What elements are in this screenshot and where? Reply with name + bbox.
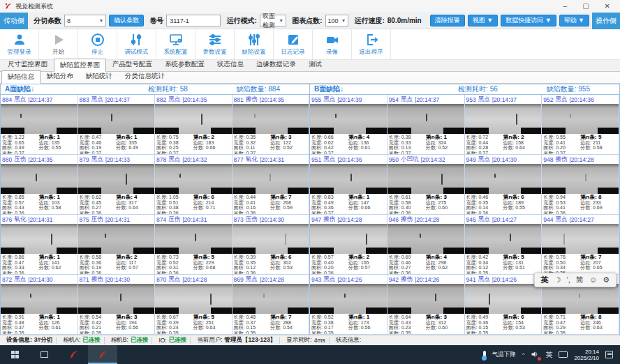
defect-tile[interactable]: 880 压伤 |20:14:35 长度: 0.85 宽度: 0.57 面积: 0… — [1, 155, 78, 215]
defect-image[interactable] — [388, 164, 464, 194]
ime-simplified-icon[interactable]: 简 — [576, 273, 584, 287]
defect-tile[interactable]: 946 擦伤 |20:14:28 长度: 0.69 宽度: 0.46 面积: 0… — [388, 215, 465, 275]
defect-image[interactable] — [232, 284, 309, 314]
defect-tile[interactable]: 871 擦伤 |20:14:30 长度: 0.54 宽度: 0.42 面积: 0… — [78, 275, 156, 335]
defect-tile[interactable]: 870 黑点 |20:14:28 长度: 0.67 宽度: 0.39 面积: 0… — [155, 275, 232, 335]
defect-image[interactable] — [542, 224, 619, 254]
defect-image[interactable] — [1, 104, 78, 134]
monitor-button[interactable]: 系统配置 — [156, 29, 195, 59]
tray-expand-icon[interactable]: ^ — [522, 351, 525, 358]
defect-tile[interactable]: 875 压伤 |20:14:31 长度: 0.58 宽度: 0.36 面积: 0… — [78, 215, 156, 275]
view-menu-button[interactable]: 视图 ▼ — [468, 15, 498, 26]
start-button[interactable] — [0, 345, 29, 364]
ime-emoji-icon[interactable]: ☺ — [589, 273, 597, 287]
defect-image[interactable] — [78, 104, 155, 134]
defect-tile[interactable]: 877 氧化 |20:14:31 长度: 0.44 宽度: 0.41 面积: 0… — [232, 155, 310, 215]
defect-image[interactable] — [542, 284, 619, 314]
defect-tile[interactable]: 884 黑点 |20:14:37 长度: 1.23 宽度: 0.65 面积: 0… — [1, 95, 78, 155]
close-icon[interactable]: ✕ — [605, 0, 610, 13]
quick-access-menu-button[interactable]: 数据快捷访问 ▼ — [501, 15, 556, 26]
defect-tile[interactable]: 945 黑点 |20:14:27 长度: 0.42 宽度: 0.34 面积: 0… — [465, 215, 542, 275]
defect-image[interactable] — [78, 164, 155, 194]
camera-button[interactable]: 录像 — [313, 29, 352, 59]
defect-image[interactable] — [1, 224, 78, 254]
sub-tab-3[interactable]: 分类信息统计 — [119, 70, 171, 83]
defect-tile[interactable]: 873 压伤 |20:14:30 长度: 0.39 宽度: 0.35 面积: 0… — [232, 215, 310, 275]
log-button[interactable]: 日志记录 — [274, 29, 313, 59]
defect-image[interactable] — [1, 284, 78, 314]
defect-image[interactable] — [155, 224, 232, 254]
touch-keyboard-icon[interactable] — [559, 351, 568, 358]
help-menu-button[interactable]: 帮助 ▼ — [559, 15, 589, 26]
defect-image[interactable] — [542, 104, 619, 134]
ime-lang-toggle[interactable]: 英 — [541, 273, 549, 287]
defect-image[interactable] — [1, 164, 78, 194]
drive-side-button[interactable]: 传动侧 — [0, 13, 28, 29]
operation-side-button[interactable]: 操作侧 — [592, 13, 620, 29]
defect-image[interactable] — [155, 164, 232, 194]
defect-tile[interactable]: 952 黑点 |20:14:36 长度: 0.55 宽度: 0.41 面积: 0… — [542, 95, 619, 155]
confirm-count-button[interactable]: 确认条数 — [109, 15, 144, 26]
defect-tile[interactable]: 881 擦伤 |20:14:35 长度: 0.35 宽度: 0.32 面积: 0… — [232, 95, 310, 155]
defect-tile[interactable]: 882 黑点 |20:14:35 长度: 0.75 宽度: 0.38 面积: 0… — [155, 95, 232, 155]
defect-image[interactable] — [465, 284, 542, 314]
ime-symbol-icon[interactable]: ’, — [566, 273, 570, 287]
main-tab-6[interactable]: 测试 — [302, 58, 328, 71]
defect-image[interactable] — [155, 104, 232, 134]
action-center-icon[interactable] — [605, 351, 613, 358]
defect-image[interactable] — [310, 284, 387, 314]
defect-image[interactable] — [310, 224, 387, 254]
ime-moon-icon[interactable]: ☽ — [554, 273, 561, 287]
defect-tile[interactable]: 944 黑点 |20:14:27 长度: 0.78 宽度: 0.50 面积: 0… — [542, 215, 619, 275]
main-tab-5[interactable]: 边缘数据记录 — [250, 58, 302, 71]
defect-image[interactable] — [232, 104, 309, 134]
defect-image[interactable] — [465, 224, 542, 254]
defect-tile[interactable]: 942 擦伤 |20:14:26 长度: 0.64 宽度: 0.43 面积: 0… — [388, 275, 465, 335]
weather-thermometer-icon[interactable] — [483, 351, 486, 359]
defect-image[interactable] — [78, 224, 155, 254]
sub-tab-0[interactable]: 缺陷信息 — [1, 70, 40, 84]
defect-tile[interactable]: 955 黑点 |20:14:39 长度: 0.66 宽度: 0.62 面积: 0… — [310, 95, 388, 155]
run-mode-select[interactable]: 双面检测▼ — [260, 15, 286, 26]
play-button[interactable]: 开始 — [39, 29, 78, 59]
defect-image[interactable] — [78, 284, 155, 314]
defect-tile[interactable]: 874 压伤 |20:14:31 长度: 0.73 宽度: 0.52 面积: 0… — [155, 215, 232, 275]
defect-image[interactable] — [465, 164, 542, 194]
pinned-app-button[interactable] — [59, 345, 88, 364]
defect-tile[interactable]: 878 黑点 |20:14:32 长度: 1.05 宽度: 0.51 面积: 0… — [155, 155, 232, 215]
defect-image[interactable] — [310, 164, 387, 194]
defect-tile[interactable]: 947 擦伤 |20:14:28 长度: 0.57 宽度: 0.40 面积: 0… — [310, 215, 388, 275]
clock[interactable]: 20:142025/2/10 — [574, 349, 599, 361]
defect-tile[interactable]: 941 黑点 |20:14:26 长度: 0.49 宽度: 0.36 面积: 0… — [465, 275, 542, 335]
defect-image[interactable] — [388, 104, 464, 134]
defect-tile[interactable]: 876 氧化 |20:14:31 长度: 0.86 宽度: 0.47 面积: 0… — [1, 215, 78, 275]
defect-tile[interactable]: 950 小凹坑 |20:14:32 长度: 0.61 宽度: 0.58 面积: … — [388, 155, 465, 215]
defect-image[interactable] — [465, 104, 542, 134]
defect-image[interactable] — [232, 224, 309, 254]
running-app-button[interactable] — [88, 345, 117, 364]
defect-image[interactable] — [388, 224, 464, 254]
defect-image[interactable] — [542, 164, 619, 194]
defect-tile[interactable]: 943 黑点 |20:14:26 长度: 0.52 宽度: 0.38 面积: 0… — [310, 275, 388, 335]
task-view-button[interactable] — [29, 345, 59, 364]
chart-points-select[interactable]: 100▼ — [325, 15, 349, 26]
tune-button[interactable]: 调试模式 — [117, 29, 156, 59]
volume-icon[interactable] — [531, 350, 539, 360]
defect-image[interactable] — [310, 104, 387, 134]
defect-image[interactable] — [155, 284, 232, 314]
defect-tile[interactable]: 872 黑点 |20:14:30 长度: 0.91 宽度: 0.48 面积: 0… — [1, 275, 78, 335]
defect-tile[interactable]: 954 黑点 |20:14:37 长度: 0.38 宽度: 0.33 面积: 0… — [388, 95, 465, 155]
minimize-icon[interactable]: – — [563, 0, 568, 13]
sliders-h-button[interactable]: 参数设置 — [195, 29, 235, 59]
defect-image[interactable] — [388, 284, 464, 314]
maximize-icon[interactable]: ▢ — [582, 0, 589, 13]
defect-tile[interactable]: 883 黑点 |20:14:37 长度: 0.47 宽度: 0.46 面积: 0… — [78, 95, 156, 155]
exit-button[interactable]: 退出程序 — [352, 29, 391, 59]
main-tab-4[interactable]: 状态信息 — [211, 58, 250, 71]
defect-tile[interactable]: 879 黑点 |20:14:33 长度: 0.62 宽度: 0.45 面积: 0… — [78, 155, 156, 215]
sliders-v-button[interactable]: 缺陷设置 — [235, 29, 274, 59]
defect-tile[interactable]: 869 黑点 |20:14:28 长度: 0.48 宽度: 0.37 面积: 0… — [232, 275, 310, 335]
user-button[interactable]: 管理登录 — [0, 29, 39, 59]
defect-tile[interactable]: 949 黑点 |20:14:30 长度: 0.46 宽度: 0.35 面积: 0… — [465, 155, 542, 215]
ime-indicator[interactable]: 英 — [545, 350, 552, 360]
